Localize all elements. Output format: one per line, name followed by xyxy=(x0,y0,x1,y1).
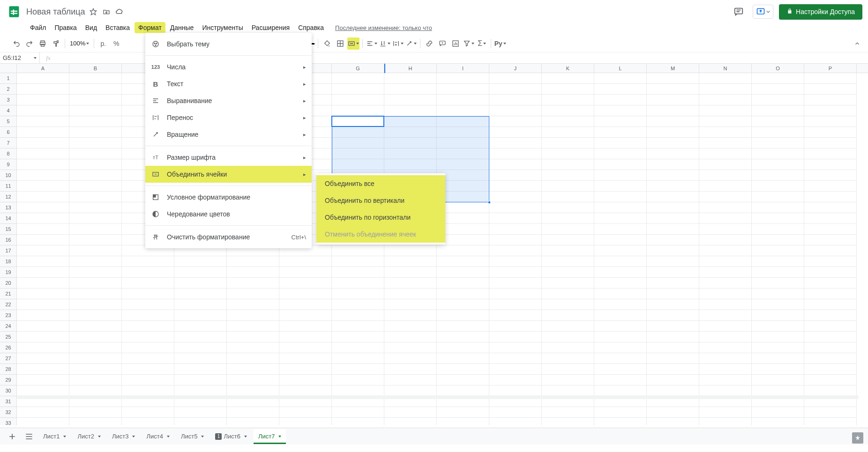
comment-button[interactable] xyxy=(436,37,449,50)
cell[interactable] xyxy=(489,95,542,105)
cell[interactable] xyxy=(437,385,489,396)
zoom-select[interactable]: 100% xyxy=(68,37,91,50)
cell[interactable] xyxy=(69,105,122,116)
col-header[interactable]: O xyxy=(752,64,804,73)
cell[interactable] xyxy=(542,256,594,267)
cell[interactable] xyxy=(332,95,384,105)
cell[interactable] xyxy=(594,192,647,202)
cell[interactable] xyxy=(122,278,174,289)
cell[interactable] xyxy=(542,332,594,342)
cell[interactable] xyxy=(384,321,437,332)
cell[interactable] xyxy=(69,364,122,375)
cell[interactable] xyxy=(174,342,227,353)
filter-button[interactable] xyxy=(463,37,475,50)
cell[interactable] xyxy=(647,181,699,192)
cell[interactable] xyxy=(384,245,437,256)
row-header[interactable]: 11 xyxy=(0,181,16,192)
last-edit-link[interactable]: Последнее изменение: только что xyxy=(335,24,432,31)
row-header[interactable]: 21 xyxy=(0,289,16,299)
cell[interactable] xyxy=(384,385,437,396)
cell[interactable] xyxy=(332,385,384,396)
cell[interactable] xyxy=(332,84,384,95)
cell[interactable] xyxy=(69,321,122,332)
cell[interactable] xyxy=(437,245,489,256)
cell[interactable] xyxy=(437,375,489,385)
col-header[interactable]: I xyxy=(437,64,489,73)
cell[interactable] xyxy=(752,342,804,353)
cell[interactable] xyxy=(227,289,279,299)
explore-button[interactable] xyxy=(852,432,863,444)
cell[interactable] xyxy=(69,256,122,267)
cell[interactable] xyxy=(804,170,857,181)
cell[interactable] xyxy=(699,95,752,105)
cell[interactable] xyxy=(542,235,594,245)
cell[interactable] xyxy=(647,310,699,321)
cell[interactable] xyxy=(699,310,752,321)
merge-vertical[interactable]: Объединить по вертикали xyxy=(316,192,445,209)
cell[interactable] xyxy=(489,148,542,159)
cell[interactable] xyxy=(174,385,227,396)
cell[interactable] xyxy=(804,224,857,235)
cell[interactable] xyxy=(647,148,699,159)
cell[interactable] xyxy=(227,321,279,332)
cell[interactable] xyxy=(332,73,384,84)
borders-button[interactable] xyxy=(334,37,346,50)
cell[interactable] xyxy=(542,310,594,321)
sheet-tab[interactable]: Лист1 xyxy=(38,429,71,444)
cell[interactable] xyxy=(437,364,489,375)
menu-conditional[interactable]: Условное форматирование xyxy=(145,189,312,206)
cell[interactable] xyxy=(69,213,122,224)
row-header[interactable]: 26 xyxy=(0,342,16,353)
cell[interactable] xyxy=(752,224,804,235)
cell[interactable] xyxy=(69,224,122,235)
cell[interactable] xyxy=(647,170,699,181)
cell[interactable] xyxy=(594,170,647,181)
cell[interactable] xyxy=(752,95,804,105)
cell[interactable] xyxy=(699,181,752,192)
cell[interactable] xyxy=(384,267,437,278)
cell[interactable] xyxy=(17,127,69,138)
cell[interactable] xyxy=(752,256,804,267)
cell[interactable] xyxy=(594,127,647,138)
sheet-tab[interactable]: Лист5 xyxy=(176,429,209,444)
cell[interactable] xyxy=(17,73,69,84)
cell[interactable] xyxy=(699,385,752,396)
cell[interactable] xyxy=(804,245,857,256)
merge-all[interactable]: Объединить все xyxy=(316,175,445,192)
cell[interactable] xyxy=(17,289,69,299)
row-header[interactable]: 2 xyxy=(0,84,16,95)
cell[interactable] xyxy=(752,105,804,116)
cell[interactable] xyxy=(437,407,489,418)
py-button[interactable]: Py xyxy=(494,37,506,50)
cell[interactable] xyxy=(122,321,174,332)
col-header[interactable]: H xyxy=(384,64,437,73)
cell[interactable] xyxy=(17,138,69,148)
cell[interactable] xyxy=(647,385,699,396)
all-sheets-button[interactable] xyxy=(22,429,37,444)
menu-theme[interactable]: Выбрать тему xyxy=(145,36,312,52)
row-header[interactable]: 29 xyxy=(0,375,16,385)
cell[interactable] xyxy=(647,256,699,267)
cell[interactable] xyxy=(647,224,699,235)
cell[interactable] xyxy=(17,342,69,353)
cell[interactable] xyxy=(384,95,437,105)
cell[interactable] xyxy=(384,332,437,342)
cell[interactable] xyxy=(384,418,437,425)
cell[interactable] xyxy=(17,375,69,385)
row-headers[interactable]: 1234567891011121314151617181920212223242… xyxy=(0,73,17,425)
cell[interactable] xyxy=(122,385,174,396)
cell[interactable] xyxy=(384,407,437,418)
cell[interactable] xyxy=(489,364,542,375)
cell[interactable] xyxy=(699,278,752,289)
cell[interactable] xyxy=(594,256,647,267)
cell[interactable] xyxy=(489,385,542,396)
cell[interactable] xyxy=(227,353,279,364)
cell[interactable] xyxy=(279,342,332,353)
row-header[interactable]: 17 xyxy=(0,245,16,256)
cell[interactable] xyxy=(699,148,752,159)
cell[interactable] xyxy=(122,353,174,364)
sheet-tab[interactable]: Лист3 xyxy=(107,429,140,444)
cell[interactable] xyxy=(279,364,332,375)
name-box[interactable]: G5:I12 xyxy=(0,52,40,63)
cell[interactable] xyxy=(804,138,857,148)
